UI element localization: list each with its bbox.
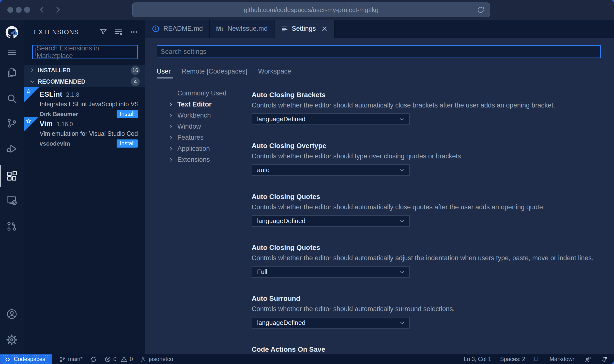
chevron-down-icon xyxy=(399,320,405,326)
account-icon[interactable] xyxy=(0,303,24,325)
explorer-icon[interactable] xyxy=(0,62,24,83)
setting-auto-surround: Auto Surround Controls whether the edito… xyxy=(252,295,606,329)
window-control-dot-2[interactable] xyxy=(16,7,22,13)
extensions-search-input[interactable]: Search Extensions in Marketplace xyxy=(32,45,138,59)
remote-explorer-icon[interactable] xyxy=(0,190,24,211)
scope-tab-workspace[interactable]: Workspace xyxy=(258,68,291,75)
settings-search-placeholder: Search settings xyxy=(161,48,206,56)
setting-value-dropdown[interactable]: languageDefined xyxy=(252,113,410,125)
toc-item-text-editor[interactable]: Text Editor xyxy=(168,99,227,110)
toc-item-window[interactable]: Window xyxy=(168,121,227,132)
cursor-position-item[interactable]: Ln 3, Col 1 xyxy=(464,356,491,363)
settings-editor-icon xyxy=(281,25,288,32)
filter-icon[interactable] xyxy=(99,28,108,36)
scope-tab-user[interactable]: User xyxy=(157,68,171,75)
sync-icon xyxy=(90,356,97,363)
branch-label: main* xyxy=(68,356,83,363)
codespaces-remote-button[interactable]: Codespaces xyxy=(0,354,52,364)
settings-gear-icon[interactable] xyxy=(0,329,24,351)
search-icon[interactable] xyxy=(0,88,24,109)
recommended-count-badge: 4 xyxy=(131,77,140,86)
setting-title: Auto Closing Brackets xyxy=(252,91,606,99)
tab-newissue[interactable]: M↓ NewIssue.md xyxy=(210,20,275,38)
setting-code-actions-on-save: Code Actions On Save xyxy=(252,346,606,354)
indentation-item[interactable]: Spaces: 2 xyxy=(500,356,525,363)
setting-description: Controls whether the editor should type … xyxy=(252,152,606,161)
activity-bar xyxy=(0,20,24,354)
run-debug-icon[interactable] xyxy=(0,138,24,160)
clear-extension-search-icon[interactable] xyxy=(114,28,123,36)
problems-status-item[interactable]: 0 0 xyxy=(104,356,133,363)
notifications-bell-icon[interactable] xyxy=(601,356,608,363)
tab-settings[interactable]: Settings xyxy=(275,20,335,38)
pull-requests-icon[interactable] xyxy=(0,215,24,237)
setting-value-dropdown[interactable]: auto xyxy=(252,164,410,176)
toc-item-commonly-used[interactable]: Commonly Used xyxy=(168,88,227,99)
tab-readme[interactable]: README.md xyxy=(145,20,210,38)
setting-auto-closing-brackets: Auto Closing Brackets Controls whether t… xyxy=(252,91,606,125)
url-bar[interactable]: github.com/codespaces/user-my-project-mg… xyxy=(132,2,490,17)
extension-name: ESLint xyxy=(40,90,62,98)
setting-value-dropdown[interactable]: languageDefined xyxy=(252,317,410,329)
toc-item-application[interactable]: Application xyxy=(168,143,227,154)
warning-icon xyxy=(121,356,127,363)
extensions-icon[interactable] xyxy=(0,165,24,187)
chevron-right-icon xyxy=(168,113,174,119)
setting-value-dropdown[interactable]: Full xyxy=(252,266,410,278)
user-label: jasonetco xyxy=(149,356,173,363)
setting-value-dropdown[interactable]: languageDefined xyxy=(252,215,410,227)
error-count: 0 xyxy=(113,356,117,363)
chevron-right-icon xyxy=(168,102,174,107)
chevron-right-icon xyxy=(168,157,174,163)
github-codespaces-logo xyxy=(0,22,24,43)
remote-icon xyxy=(4,356,11,363)
active-scope-indicator xyxy=(157,77,173,78)
install-button[interactable]: Install xyxy=(117,139,138,148)
menu-icon[interactable] xyxy=(0,42,24,63)
text-cursor xyxy=(35,48,35,56)
toc-item-workbench[interactable]: Workbench xyxy=(168,110,227,121)
feedback-icon[interactable] xyxy=(584,356,592,363)
scope-tab-remote[interactable]: Remote [Codespaces] xyxy=(182,68,247,75)
tab-label: NewIssue.md xyxy=(228,25,268,32)
extension-item-eslint[interactable]: ESLint 2.1.8 Integrates ESLint JavaScrip… xyxy=(24,87,145,117)
setting-auto-indent: Auto Closing Quotes Controls whether the… xyxy=(252,244,606,278)
chevron-right-icon xyxy=(168,146,174,152)
setting-title: Auto Closing Overtype xyxy=(252,142,606,150)
user-status-item[interactable]: jasonetco xyxy=(140,356,173,363)
toc-item-extensions[interactable]: Extensions xyxy=(168,154,227,165)
reload-icon[interactable] xyxy=(477,6,484,14)
window-control-dot-3[interactable] xyxy=(24,7,30,13)
extensions-sidebar: EXTENSIONS Search Extensions in Marketpl… xyxy=(24,20,145,354)
markdown-icon: M↓ xyxy=(216,25,224,32)
eol-item[interactable]: LF xyxy=(534,356,541,363)
settings-search-input[interactable]: Search settings xyxy=(157,45,601,58)
section-recommended[interactable]: RECOMMENDED 4 xyxy=(24,76,145,87)
browser-chrome: github.com/codespaces/user-my-project-mg… xyxy=(0,0,614,20)
language-mode-item[interactable]: Markdown xyxy=(550,356,576,363)
toc-item-features[interactable]: Features xyxy=(168,132,227,143)
star-icon xyxy=(26,89,31,94)
chevron-down-icon xyxy=(399,218,405,224)
more-actions-icon[interactable] xyxy=(129,28,138,36)
browser-back-icon[interactable] xyxy=(38,6,46,14)
extensions-sidebar-header: EXTENSIONS xyxy=(24,20,145,37)
sync-status-item[interactable] xyxy=(90,356,97,363)
extension-item-vim[interactable]: Vim 1.16.0 Vim emulation for Visual Stud… xyxy=(24,117,145,146)
codespaces-label: Codespaces xyxy=(14,356,45,363)
window-control-dot-1[interactable] xyxy=(7,7,13,13)
close-icon[interactable] xyxy=(321,26,328,32)
tab-label: Settings xyxy=(292,25,316,32)
chevron-right-icon xyxy=(29,67,35,74)
setting-description: Controls whether the editor should autom… xyxy=(252,203,606,212)
extensions-search-placeholder: Search Extensions in Marketplace xyxy=(37,45,137,60)
browser-forward-icon[interactable] xyxy=(54,6,61,14)
scope-tabs-underline xyxy=(157,78,601,78)
source-control-icon[interactable] xyxy=(0,112,24,134)
section-installed[interactable]: INSTALLED 16 xyxy=(24,65,145,76)
branch-status-item[interactable]: main* xyxy=(59,356,83,363)
extension-version: 1.16.0 xyxy=(57,121,73,128)
warning-count: 0 xyxy=(130,356,133,363)
app-window: github.com/codespaces/user-my-project-mg… xyxy=(0,0,614,364)
chevron-right-icon xyxy=(168,124,174,130)
